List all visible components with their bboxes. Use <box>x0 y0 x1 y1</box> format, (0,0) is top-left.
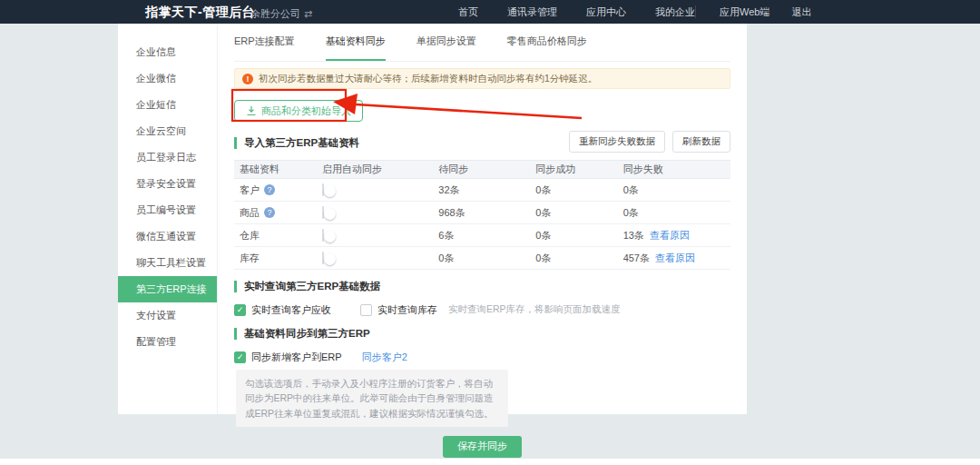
realtime-section-header: 实时查询第三方ERP基础数据 <box>234 276 730 296</box>
topbar-right: 应用Web端 退出 <box>720 0 811 24</box>
app-title: 指掌天下-管理后台 <box>145 5 255 21</box>
nav-contacts[interactable]: 通讯录管理 <box>507 5 557 19</box>
auto-sync-toggle[interactable] <box>322 252 324 264</box>
pending-count: 0条 <box>438 252 535 265</box>
section-actions: 重新同步失败数据 刷新数据 <box>569 131 730 153</box>
col-basic-data: 基础资料 <box>240 163 322 176</box>
warning-banner: ! 初次同步若数据量过大请耐心等待；后续新增资料时自动同步将有约1分钟延迟。 <box>234 68 730 89</box>
nav-home[interactable]: 首页 <box>458 5 478 19</box>
sync-warning-note: 勾选该选项后，手动录入及小程序注册的订货客户，将自动同步为ERP中的往来单位。此… <box>236 370 508 427</box>
save-and-sync-button[interactable]: 保存并同步 <box>443 436 522 458</box>
sync-customer-link[interactable]: 同步客户2 <box>362 351 407 364</box>
logout-link[interactable]: 退出 <box>791 5 811 19</box>
pending-count: 6条 <box>438 229 535 242</box>
import-section-header: 导入第三方ERP基础资料 重新同步失败数据 刷新数据 <box>234 133 730 153</box>
sidebar-item-payment-settings[interactable]: 支付设置 <box>118 302 217 329</box>
sidebar-item-config-management[interactable]: 配置管理 <box>118 329 217 355</box>
help-icon[interactable]: ? <box>264 207 275 218</box>
sidebar-item-cloud-space[interactable]: 企业云空间 <box>118 118 217 144</box>
topbar-divider <box>695 5 696 18</box>
realtime-checkbox-row: ✓ 实时查询客户应收 实时查询库存 实时查询ERP库存，将影响页面加载速度 <box>234 302 730 318</box>
failed-count: 0条 <box>623 206 725 220</box>
sync-new-customer-checkbox[interactable]: ✓ <box>234 351 246 363</box>
sync-to-erp-section-title: 基础资料同步到第三方ERP <box>234 328 370 340</box>
success-count: 0条 <box>535 206 622 220</box>
refresh-data-button[interactable]: 刷新数据 <box>672 131 730 153</box>
nav-my-enterprise[interactable]: 我的企业 <box>655 5 695 19</box>
import-icon <box>246 105 257 116</box>
retry-failed-sync-button[interactable]: 重新同步失败数据 <box>569 131 665 153</box>
realtime-receivable-checkbox[interactable]: ✓ <box>234 304 246 316</box>
success-count: 0条 <box>535 252 622 265</box>
content-container: 企业信息 企业微信 企业短信 企业云空间 员工登录日志 登录安全设置 员工编号设… <box>118 24 747 414</box>
col-auto-sync: 启用自动同步 <box>322 163 438 176</box>
import-section-title: 导入第三方ERP基础资料 <box>234 137 359 149</box>
table-row-inventory: 库存 0条 0条 457条 查看原因 <box>234 247 730 270</box>
pending-count: 968条 <box>438 206 535 220</box>
success-count: 0条 <box>535 183 622 197</box>
table-row-customer: 客户 ? 32条 0条 0条 <box>234 179 730 202</box>
import-row: 商品和分类初始导入 <box>234 100 730 122</box>
row-label: 仓库 <box>240 229 260 242</box>
auto-sync-toggle[interactable] <box>322 229 324 242</box>
table-row-warehouse: 仓库 6条 0条 13条 查看原因 <box>234 224 730 247</box>
switch-company-icon[interactable]: ⇄ <box>304 8 312 19</box>
realtime-receivable-label: 实时查询客户应收 <box>251 303 331 317</box>
topbar: 指掌天下-管理后台 余胜分公司⇄ 首页 通讯录管理 应用中心 我的企业 应用We… <box>0 0 980 24</box>
import-button-label: 商品和分类初始导入 <box>261 104 351 118</box>
realtime-section-title: 实时查询第三方ERP基础数据 <box>234 281 380 292</box>
col-success: 同步成功 <box>535 163 622 176</box>
sidebar-item-login-log[interactable]: 员工登录日志 <box>118 144 217 171</box>
tab-retail-price-sync[interactable]: 零售商品价格同步 <box>507 35 587 61</box>
row-label: 客户 <box>240 183 260 197</box>
sidebar-item-chat-toolbar[interactable]: 聊天工具栏设置 <box>118 250 217 276</box>
company-switcher[interactable]: 余胜分公司⇄ <box>250 7 312 21</box>
pending-count: 32条 <box>438 183 535 197</box>
warning-icon: ! <box>242 74 253 84</box>
row-label: 商品 <box>240 206 260 220</box>
help-icon[interactable]: ? <box>264 184 275 195</box>
tab-erp-connection-config[interactable]: ERP连接配置 <box>234 35 295 61</box>
table-header-row: 基础资料 启用自动同步 待同步 同步成功 同步失败 <box>234 160 730 179</box>
realtime-stock-checkbox[interactable] <box>360 304 372 316</box>
realtime-stock-label: 实时查询库存 <box>377 303 437 317</box>
sidebar-item-enterprise-info[interactable]: 企业信息 <box>118 39 217 65</box>
col-failed: 同步失败 <box>623 163 725 176</box>
sidebar-item-employee-number[interactable]: 员工编号设置 <box>118 197 217 223</box>
auto-sync-toggle[interactable] <box>322 206 324 219</box>
sidebar-item-wechat-interop[interactable]: 微信互通设置 <box>118 223 217 250</box>
auto-sync-toggle[interactable] <box>322 183 324 196</box>
bottom-strip <box>0 459 980 465</box>
success-count: 0条 <box>535 229 622 242</box>
failed-count: 0条 <box>623 183 725 197</box>
view-reason-link[interactable]: 查看原因 <box>650 229 690 242</box>
initial-import-button[interactable]: 商品和分类初始导入 <box>234 100 363 122</box>
sync-new-customer-label: 同步新增客户到ERP <box>251 351 342 364</box>
nav-app-center[interactable]: 应用中心 <box>586 5 626 19</box>
realtime-stock-note: 实时查询ERP库存，将影响页面加载速度 <box>448 303 621 316</box>
view-reason-link[interactable]: 查看原因 <box>655 252 695 265</box>
sidebar-item-login-security[interactable]: 登录安全设置 <box>118 171 217 197</box>
topnav: 首页 通讯录管理 应用中心 我的企业 <box>458 0 695 24</box>
main-panel: ERP连接配置 基础资料同步 单据同步设置 零售商品价格同步 ! 初次同步若数据… <box>218 24 747 414</box>
nav-web-app[interactable]: 应用Web端 <box>720 5 769 19</box>
company-name: 余胜分公司 <box>250 8 300 19</box>
sync-table: 基础资料 启用自动同步 待同步 同步成功 同步失败 客户 ? 32条 0条 0条… <box>234 160 730 270</box>
sync-to-erp-section-header: 基础资料同步到第三方ERP <box>234 323 730 343</box>
sidebar-item-wechat-work[interactable]: 企业微信 <box>118 65 217 92</box>
sidebar-item-sms[interactable]: 企业短信 <box>118 92 217 118</box>
sync-new-customer-row: ✓ 同步新增客户到ERP 同步客户2 <box>234 349 730 365</box>
table-row-product: 商品 ? 968条 0条 0条 <box>234 202 730 224</box>
tab-basic-data-sync[interactable]: 基础资料同步 <box>326 35 386 61</box>
tab-bar: ERP连接配置 基础资料同步 单据同步设置 零售商品价格同步 <box>234 24 730 62</box>
col-pending: 待同步 <box>438 163 535 176</box>
warning-text: 初次同步若数据量过大请耐心等待；后续新增资料时自动同步将有约1分钟延迟。 <box>259 73 597 85</box>
sidebar: 企业信息 企业微信 企业短信 企业云空间 员工登录日志 登录安全设置 员工编号设… <box>118 24 218 414</box>
tab-document-sync-settings[interactable]: 单据同步设置 <box>416 35 476 61</box>
failed-count: 13条 <box>623 229 644 242</box>
sidebar-item-erp-connection[interactable]: 第三方ERP连接 <box>118 276 217 302</box>
failed-count: 457条 <box>623 252 650 265</box>
save-row: 保存并同步 <box>234 436 730 458</box>
row-label: 库存 <box>240 252 260 265</box>
